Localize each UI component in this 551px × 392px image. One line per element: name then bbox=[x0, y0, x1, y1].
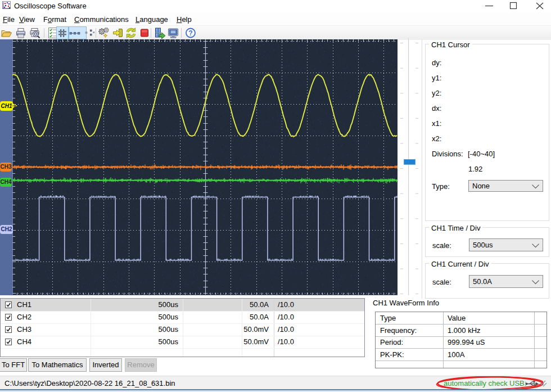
svg-text:?: ? bbox=[188, 29, 192, 37]
